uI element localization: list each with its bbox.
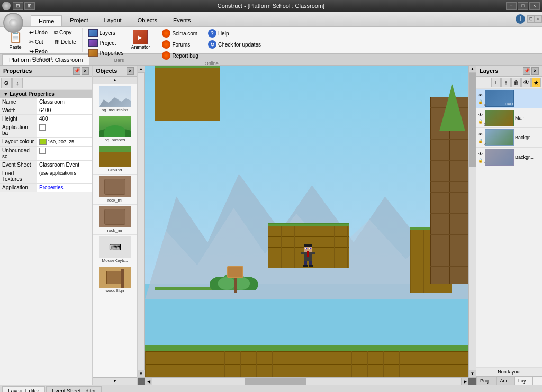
title-controls[interactable]: ⊟ ⊞ (13, 2, 35, 10)
layer-lock-bg2[interactable]: 🔒 (477, 157, 484, 163)
project-button[interactable]: Project (86, 38, 127, 48)
canvas-scroll-left-h[interactable]: ◀ (145, 378, 152, 385)
panel-tab-ani[interactable]: Ani... (496, 377, 515, 385)
ribbon-close-panel[interactable]: × (535, 15, 542, 23)
svg-rect-18 (309, 265, 313, 267)
properties-toolbar: ⚙ ↕ (0, 77, 92, 90)
redo-button[interactable]: ↪ Redo (26, 47, 50, 56)
tab-objects[interactable]: Objects (130, 14, 165, 26)
properties-button[interactable]: Properties (86, 48, 127, 58)
window-title: Construct - [Platform School : Classroom… (218, 3, 324, 9)
tab-home[interactable]: Home (31, 15, 62, 26)
layer-item-bg1[interactable]: 👁 🔒 Backgr... 2 (476, 128, 542, 148)
layer-visibility-bg1[interactable]: 👁 (477, 131, 484, 138)
layers-pin[interactable]: 📌 (523, 67, 530, 75)
close-btn[interactable]: × (529, 2, 540, 10)
scirra-button[interactable]: Scirra.com (159, 28, 201, 39)
prop-sort-btn[interactable]: ⚙ (1, 78, 12, 88)
copy-button[interactable]: ⧉ Copy (51, 28, 79, 37)
forums-button[interactable]: Forums (159, 39, 201, 50)
layers-button[interactable]: Layers (86, 28, 127, 38)
canvas-scroll-right-h[interactable]: ▶ (461, 378, 468, 385)
bottom-tab-bar: Layout Editor Event Sheet Editor (0, 385, 542, 392)
report-bug-button[interactable]: Report bug (159, 50, 201, 61)
maximize-btn[interactable]: □ (518, 2, 528, 10)
list-item[interactable]: bg_bushes (93, 114, 137, 144)
prop-width: Width 6400 (0, 106, 92, 115)
prop-unbounded: Unbounded sc (0, 147, 92, 161)
layer-up-btn[interactable]: ↑ (501, 78, 511, 87)
cut-button[interactable]: ✂ Cut (26, 38, 50, 47)
list-item[interactable]: bg_mountains (93, 84, 137, 114)
panel-tab-lay[interactable]: Lay... (514, 377, 533, 385)
svg-rect-9 (304, 244, 312, 247)
properties-pin[interactable]: 📌 (73, 67, 80, 75)
ribbon-restore[interactable]: ⊞ (527, 15, 535, 23)
properties-close[interactable]: × (82, 67, 89, 75)
prop-eventsheet: Event Sheet Classroom Event (0, 161, 92, 169)
animator-button[interactable]: ▶ Animator (128, 28, 152, 51)
list-item[interactable]: woodSign (93, 265, 137, 295)
non-layout-label: Non-layout (476, 367, 542, 376)
bottom-tab-layout-editor[interactable]: Layout Editor (2, 386, 45, 392)
canvas-scroll-left[interactable]: ▲ ▼ (138, 66, 145, 377)
svg-rect-12 (306, 248, 307, 249)
layers-close[interactable]: × (531, 67, 539, 75)
properties-link[interactable]: Properties (39, 185, 64, 190)
tab-project[interactable]: Project (62, 14, 96, 26)
forums-icon (162, 40, 170, 49)
help-button[interactable]: ? Help (205, 28, 264, 39)
svg-rect-19 (301, 252, 304, 254)
undo-icon: ↩ (29, 29, 34, 36)
canvas-area: ▲ ▼ (138, 66, 476, 385)
layer-visibility-hud[interactable]: 👁 (477, 92, 484, 98)
layer-del-btn[interactable]: 🗑 (511, 78, 521, 87)
list-item[interactable]: rock_ml (93, 175, 137, 205)
prop-name: Name Classroom (0, 98, 92, 106)
layer-visibility-bg2[interactable]: 👁 (477, 151, 484, 157)
bottom-tab-event-sheet[interactable]: Event Sheet Editor (46, 386, 102, 392)
main-area: Properties 📌 × ⚙ ↕ ▼ Layout Properties N… (0, 66, 542, 385)
list-item[interactable]: rock_mr (93, 205, 137, 235)
svg-rect-13 (310, 248, 311, 249)
objects-list: bg_mountains bg_bushes Ground (93, 84, 137, 377)
layer-item-main[interactable]: 👁 🔒 Main 3 (476, 108, 542, 128)
layer-lock-hud[interactable]: 🔒 (477, 98, 484, 105)
layer-visibility-main[interactable]: 👁 (477, 112, 484, 118)
info-icon[interactable]: i (516, 14, 525, 24)
layout-properties-section: ▼ Layout Properties (0, 90, 92, 98)
layers-header: Layers 📌 × (476, 66, 542, 77)
list-item[interactable]: ⌨ MouseKeyb... (93, 235, 137, 265)
objects-close[interactable]: × (127, 67, 134, 75)
help-icon: ? (208, 29, 216, 38)
layer-add-btn[interactable]: + (491, 78, 501, 87)
panel-tab-proj[interactable]: Proj... (476, 377, 496, 385)
layer-lock-bg1[interactable]: 🔒 (477, 138, 484, 144)
layer-highlight-btn[interactable]: ★ (531, 78, 541, 87)
prop-az-btn[interactable]: ↕ (12, 78, 23, 88)
layer-lock-main[interactable]: 🔒 (477, 118, 484, 124)
properties-content: ▼ Layout Properties Name Classroom Width… (0, 90, 92, 385)
game-viewport[interactable] (145, 66, 468, 377)
layer-item-hud[interactable]: 👁 🔒 HUD 4 (476, 89, 542, 108)
layer-visible-btn[interactable]: 👁 (521, 78, 531, 87)
layer-item-bg2[interactable]: 👁 🔒 Backgr... 1 (476, 148, 542, 167)
check-updates-button[interactable]: ↻ Check for updates (205, 39, 264, 50)
app-orb[interactable] (3, 13, 23, 33)
layers-toolbar: + ↑ 🗑 👁 ★ (476, 77, 542, 89)
canvas-scroll-right[interactable]: ▲ ▼ (468, 66, 476, 377)
prop-loadtextures: Load Textures (use application s (0, 169, 92, 184)
window-controls[interactable]: − □ × (506, 2, 540, 10)
undo-button[interactable]: ↩ Undo (26, 28, 50, 37)
objects-scroll-up[interactable]: ▲ (93, 77, 137, 84)
layers-list: 👁 🔒 HUD 4 👁 🔒 Main 3 (476, 89, 542, 367)
minimize-btn[interactable]: − (506, 2, 517, 10)
tab-layout[interactable]: Layout (96, 14, 130, 26)
delete-button[interactable]: 🗑 Delete (51, 38, 79, 46)
objects-scroll-down[interactable]: ▼ (93, 377, 137, 385)
tab-events[interactable]: Events (165, 14, 199, 26)
cut-icon: ✂ (29, 39, 34, 45)
list-item[interactable]: Ground (93, 144, 137, 175)
properties-header: Properties 📌 × (0, 66, 92, 77)
delete-icon: 🗑 (54, 39, 60, 45)
